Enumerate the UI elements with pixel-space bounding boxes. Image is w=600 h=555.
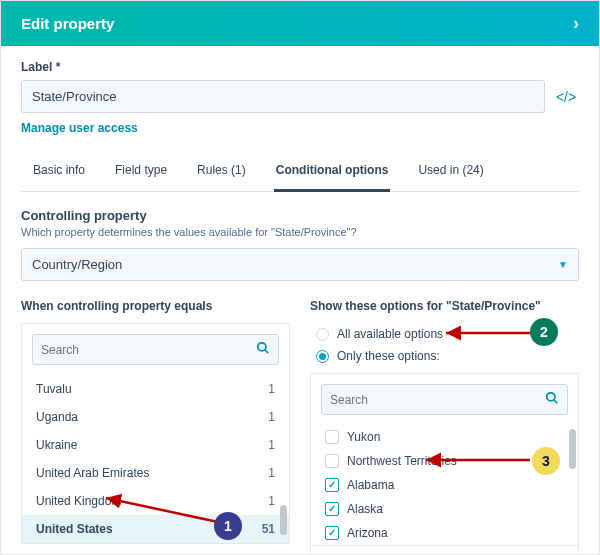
item-count: 1 xyxy=(268,438,275,452)
search-input[interactable] xyxy=(330,393,545,407)
annotation-badge-2: 2 xyxy=(530,318,558,346)
item-label: Uganda xyxy=(36,410,78,424)
edit-property-panel: Edit property › Label * </> Manage user … xyxy=(0,0,600,555)
option-label: Alaska xyxy=(347,502,383,516)
required-asterisk: * xyxy=(56,60,61,74)
search-icon xyxy=(256,341,270,358)
option-item[interactable]: Alaska xyxy=(311,497,578,521)
controlling-values-scroll[interactable]: Tuvalu1 Uganda1 Ukraine1 United Arab Emi… xyxy=(22,375,289,543)
search-icon xyxy=(545,391,559,408)
item-label: Tuvalu xyxy=(36,382,72,396)
radio-label: Only these options: xyxy=(337,349,440,363)
checkbox-icon xyxy=(325,502,339,516)
options-search[interactable] xyxy=(321,384,568,415)
panel-title: Edit property xyxy=(21,15,114,32)
item-label: United Kingdom xyxy=(36,494,121,508)
list-item[interactable]: Ukraine1 xyxy=(22,431,289,459)
item-count: 51 xyxy=(262,522,275,536)
controlling-property-select[interactable]: Country/Region ▼ xyxy=(21,248,579,281)
svg-line-1 xyxy=(265,350,269,354)
label-field-label: Label * xyxy=(21,60,579,74)
chevron-down-icon: ▼ xyxy=(558,259,568,270)
svg-point-2 xyxy=(547,393,555,401)
checkbox-icon xyxy=(325,478,339,492)
tab-conditional-options[interactable]: Conditional options xyxy=(274,153,391,192)
panel-header: Edit property › xyxy=(1,1,599,46)
checkbox-icon xyxy=(325,454,339,468)
controlling-property-title: Controlling property xyxy=(21,208,579,223)
list-item-selected[interactable]: United States51 xyxy=(22,515,289,543)
option-label: Alabama xyxy=(347,478,394,492)
controlling-property-value: Country/Region xyxy=(32,257,122,272)
item-count: 1 xyxy=(268,494,275,508)
annotation-badge-3: 3 xyxy=(532,447,560,475)
annotation-badge-1: 1 xyxy=(214,512,242,540)
svg-point-0 xyxy=(258,343,266,351)
tab-rules[interactable]: Rules (1) xyxy=(195,153,248,191)
search-input[interactable] xyxy=(41,343,256,357)
close-chevron-icon[interactable]: › xyxy=(573,13,579,34)
item-count: 1 xyxy=(268,466,275,480)
item-label: United Arab Emirates xyxy=(36,466,149,480)
scrollbar-thumb[interactable] xyxy=(280,505,287,535)
tab-field-type[interactable]: Field type xyxy=(113,153,169,191)
controlling-values-list: Tuvalu1 Uganda1 Ukraine1 United Arab Emi… xyxy=(21,323,290,544)
option-item[interactable]: Alabama xyxy=(311,473,578,497)
checkbox-icon xyxy=(325,430,339,444)
radio-icon xyxy=(316,328,329,341)
checkbox-icon xyxy=(325,526,339,540)
tab-basic-info[interactable]: Basic info xyxy=(31,153,87,191)
tabs: Basic info Field type Rules (1) Conditio… xyxy=(21,153,579,192)
controlling-values-title: When controlling property equals xyxy=(21,299,290,313)
options-footer: Select all Deselect all xyxy=(311,545,578,555)
option-label: Yukon xyxy=(347,430,380,444)
list-item[interactable]: Uganda1 xyxy=(22,403,289,431)
controlling-property-subtitle: Which property determines the values ava… xyxy=(21,226,579,238)
item-label: United States xyxy=(36,522,113,536)
list-item[interactable]: United Arab Emirates1 xyxy=(22,459,289,487)
scrollbar-thumb[interactable] xyxy=(569,429,576,469)
label-text: Label xyxy=(21,60,52,74)
item-count: 1 xyxy=(268,382,275,396)
radio-label: All available options xyxy=(337,327,443,341)
radio-only-these[interactable]: Only these options: xyxy=(310,345,579,367)
list-item[interactable]: Tuvalu1 xyxy=(22,375,289,403)
manage-user-access-link[interactable]: Manage user access xyxy=(21,121,579,135)
option-label: Northwest Territories xyxy=(347,454,457,468)
option-item[interactable]: Yukon xyxy=(311,425,578,449)
controlling-values-column: When controlling property equals Tuvalu1… xyxy=(21,299,290,555)
option-label: Arizona xyxy=(347,526,388,540)
radio-icon xyxy=(316,350,329,363)
item-count: 1 xyxy=(268,410,275,424)
code-icon[interactable]: </> xyxy=(553,89,579,105)
options-scroll[interactable]: Yukon Northwest Territories Alabama Alas… xyxy=(311,425,578,545)
options-title: Show these options for "State/Province" xyxy=(310,299,579,313)
item-label: Ukraine xyxy=(36,438,77,452)
svg-line-3 xyxy=(554,400,558,404)
controlling-values-search[interactable] xyxy=(32,334,279,365)
option-item[interactable]: Arizona xyxy=(311,521,578,545)
label-input[interactable] xyxy=(21,80,545,113)
tab-used-in[interactable]: Used in (24) xyxy=(416,153,485,191)
list-item[interactable]: United Kingdom1 xyxy=(22,487,289,515)
